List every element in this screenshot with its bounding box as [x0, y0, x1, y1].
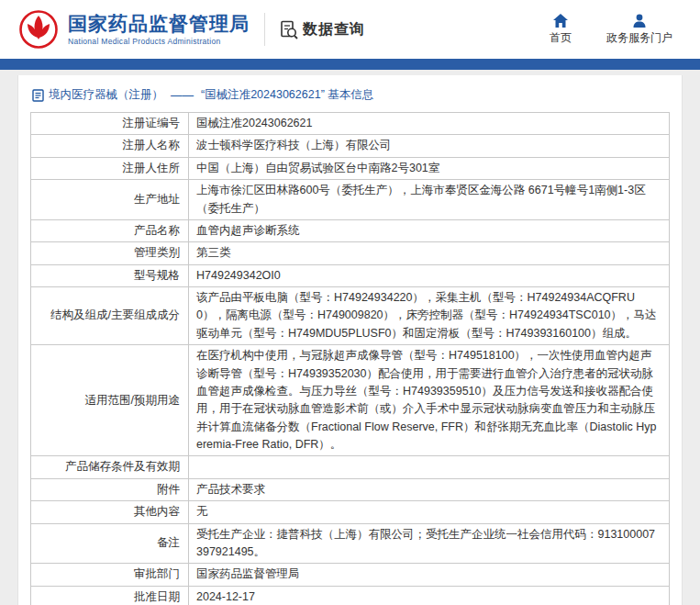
row-label: 产品名称: [31, 219, 189, 241]
row-label: 产品储存条件及有效期: [31, 456, 189, 478]
header-accent-bar: [0, 59, 700, 70]
row-label: 批准日期: [31, 586, 189, 605]
row-label-text: 适用范围/预期用途: [85, 394, 180, 407]
table-row: 附件 产品技术要求: [31, 478, 670, 500]
content-area: 境内医疗器械（注册） —— “国械注准20243062621” 基本信息 注册证…: [0, 70, 700, 605]
agency-title-block: 国家药品监督管理局 National Medical Products Admi…: [68, 13, 250, 46]
table-row: 注册证编号 国械注准20243062621: [31, 113, 670, 135]
row-label: 附件: [31, 478, 189, 500]
row-label: 生产地址: [31, 180, 189, 220]
row-label-text: 注册人名称: [123, 139, 181, 151]
row-value: H749249342OI0: [189, 264, 670, 286]
row-value: 上海市徐汇区田林路600号（委托生产），上海市奉贤区金海公路 6671号幢号1南…: [189, 180, 670, 220]
table-row: 其他内容 无: [31, 501, 670, 523]
agency-name-cn: 国家药品监督管理局: [68, 13, 250, 35]
row-label-text: 审批部门: [134, 567, 180, 580]
nmpa-emblem-icon: [18, 9, 59, 50]
row-label-text: 产品储存条件及有效期: [65, 460, 180, 473]
row-label-text: 批准日期: [134, 590, 180, 603]
row-label-text: 结构及组成/主要组成成分: [50, 308, 180, 321]
data-query-label: 数据查询: [303, 20, 365, 39]
user-icon: [632, 14, 647, 28]
row-value: 受托生产企业：捷普科技（上海）有限公司；受托生产企业统一社会信用代码：91310…: [189, 523, 670, 564]
row-value: 中国（上海）自由贸易试验区台中南路2号301室: [189, 157, 670, 179]
row-label: 其他内容: [31, 501, 189, 523]
agency-name-en: National Medical Products Administration: [68, 37, 250, 46]
nmpa-logo[interactable]: [18, 9, 59, 50]
row-label: 注册人名称: [31, 135, 189, 157]
table-row: 管理类别 第三类: [31, 242, 670, 264]
row-label-text: 注册证编号: [123, 117, 181, 129]
row-label: 审批部门: [31, 564, 189, 586]
row-label: 注册人住所: [31, 157, 189, 179]
table-row: 注册人名称 波士顿科学医疗科技（上海）有限公司: [31, 135, 670, 157]
row-value: 国家药品监督管理局: [189, 564, 670, 586]
nav-portal-label: 政务服务门户: [606, 30, 672, 46]
row-value: 国械注准20243062621: [189, 113, 670, 135]
table-row: 生产地址 上海市徐汇区田林路600号（委托生产），上海市奉贤区金海公路 6671…: [31, 180, 670, 220]
detail-card: 境内医疗器械（注册） —— “国械注准20243062621” 基本信息 注册证…: [17, 75, 683, 605]
table-row: 结构及组成/主要组成成分 该产品由平板电脑（型号：H74924934220），采…: [31, 287, 670, 345]
breadcrumb-current: “国械注准20243062621” 基本信息: [201, 87, 373, 103]
row-label: 管理类别: [31, 242, 189, 264]
table-row: 适用范围/预期用途 在医疗机构中使用，与冠脉超声成像导管（型号：H7495181…: [31, 345, 670, 456]
info-table-body: 注册证编号 国械注准20243062621 注册人名称 波士顿科学医疗科技（上海…: [31, 113, 670, 605]
row-label: 备注: [31, 523, 189, 564]
nav-home-label: 首页: [550, 30, 572, 46]
home-icon: [553, 14, 568, 28]
row-value: [189, 456, 670, 478]
row-value: 无: [189, 501, 670, 523]
nav-item-portal[interactable]: 政务服务门户: [606, 14, 672, 46]
row-value: 血管内超声诊断系统: [189, 219, 670, 241]
data-query-button[interactable]: 数据查询: [280, 20, 365, 39]
row-label-text: 生产地址: [134, 193, 180, 206]
breadcrumb: 境内医疗器械（注册） —— “国械注准20243062621” 基本信息: [30, 84, 670, 112]
row-label: 注册证编号: [31, 113, 189, 135]
table-row: 型号规格 H749249342OI0: [31, 264, 670, 286]
data-query-icon: [280, 20, 298, 39]
row-value: 在医疗机构中使用，与冠脉超声成像导管（型号：H749518100），一次性使用血…: [189, 345, 670, 456]
top-nav: 首页 政务服务门户: [550, 14, 678, 46]
row-label: 结构及组成/主要组成成分: [31, 287, 189, 345]
table-row: 审批部门 国家药品监督管理局: [31, 564, 670, 586]
row-label-text: 其他内容: [134, 505, 180, 518]
row-value: 第三类: [189, 242, 670, 264]
row-label-text: 产品名称: [134, 224, 180, 237]
table-row: 注册人住所 中国（上海）自由贸易试验区台中南路2号301室: [31, 157, 670, 179]
row-value: 该产品由平板电脑（型号：H74924934220），采集主机（型号：H74924…: [189, 287, 670, 345]
header-divider: [264, 13, 265, 46]
row-label-text: 注册人住所: [123, 162, 181, 174]
table-row: 备注 受托生产企业：捷普科技（上海）有限公司；受托生产企业统一社会信用代码：91…: [31, 523, 670, 564]
table-row: 批准日期 2024-12-17: [31, 586, 670, 605]
top-header: 国家药品监督管理局 National Medical Products Admi…: [0, 0, 700, 59]
row-value: 产品技术要求: [189, 478, 670, 500]
row-label: 适用范围/预期用途: [31, 345, 189, 456]
row-label-text: 管理类别: [134, 246, 180, 259]
row-label: 型号规格: [31, 264, 189, 286]
document-icon: [32, 89, 44, 102]
breadcrumb-section[interactable]: 境内医疗器械（注册）: [49, 87, 163, 103]
breadcrumb-separator: ——: [171, 89, 194, 102]
table-row: 产品名称 血管内超声诊断系统: [31, 219, 670, 241]
table-row: 产品储存条件及有效期: [31, 456, 670, 478]
row-label-text: 备注: [157, 536, 180, 549]
row-label-text: 附件: [157, 483, 180, 496]
nav-item-home[interactable]: 首页: [550, 14, 572, 46]
row-value: 2024-12-17: [189, 586, 670, 605]
row-label-text: 型号规格: [134, 269, 180, 282]
registration-info-table: 注册证编号 国械注准20243062621 注册人名称 波士顿科学医疗科技（上海…: [30, 112, 670, 605]
row-value: 波士顿科学医疗科技（上海）有限公司: [189, 135, 670, 157]
